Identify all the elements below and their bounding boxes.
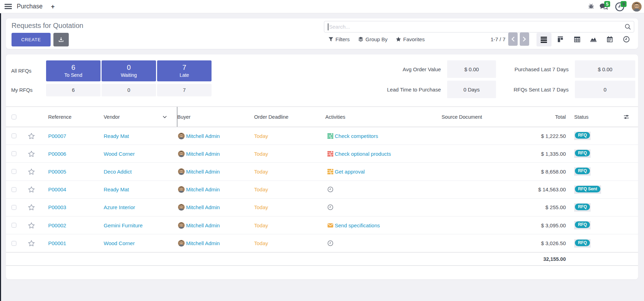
pivot-view-button[interactable] bbox=[573, 32, 581, 46]
list-view-button[interactable] bbox=[540, 32, 548, 46]
group-by-button[interactable]: Group By bbox=[358, 32, 387, 46]
status-badge: RFQ bbox=[574, 149, 591, 158]
app-name[interactable]: Purchase bbox=[17, 3, 43, 10]
vendor-link[interactable]: Wood Corner bbox=[104, 240, 135, 246]
vendor-link[interactable]: Ready Mat bbox=[104, 186, 129, 192]
reference-link[interactable]: P00006 bbox=[48, 151, 66, 157]
activities-icon[interactable]: 9 bbox=[615, 0, 624, 13]
activity-icon[interactable] bbox=[327, 222, 333, 228]
row-checkbox[interactable] bbox=[12, 223, 16, 228]
buyer-avatar bbox=[178, 240, 185, 247]
rfq-stat-box[interactable]: 7 Late bbox=[157, 60, 212, 81]
activity-icon[interactable] bbox=[327, 151, 333, 157]
column-header-buyer[interactable]: Buyer bbox=[177, 114, 254, 120]
my-rfqs-label: My RFQs bbox=[11, 84, 32, 96]
vendor-link[interactable]: Wood Corner bbox=[104, 151, 135, 157]
activity-icon[interactable] bbox=[327, 133, 333, 139]
vendor-link[interactable]: Ready Mat bbox=[104, 133, 129, 139]
favorite-star-button[interactable] bbox=[28, 186, 35, 193]
plus-tab-icon[interactable]: + bbox=[51, 3, 55, 10]
table-row[interactable]: P00006 Wood Corner bbox=[6, 145, 638, 163]
reference-link[interactable]: P00003 bbox=[48, 204, 66, 210]
optional-columns-button[interactable] bbox=[624, 115, 629, 119]
calendar-view-button[interactable] bbox=[606, 32, 614, 46]
reference-link[interactable]: P00004 bbox=[48, 186, 66, 192]
reference-link[interactable]: P00005 bbox=[48, 169, 66, 175]
table-row[interactable]: P00002 Gemini Furniture bbox=[6, 216, 638, 234]
row-checkbox[interactable] bbox=[12, 151, 16, 156]
buyer-link[interactable]: Mitchell Admin bbox=[186, 204, 220, 210]
table-row[interactable]: P00004 Ready Mat bbox=[6, 181, 638, 199]
activity-link[interactable]: Send specifications bbox=[335, 222, 380, 228]
debug-bug-icon[interactable] bbox=[588, 0, 594, 13]
activity-icon[interactable] bbox=[327, 204, 333, 210]
vendor-link[interactable]: Azure Interior bbox=[104, 204, 135, 210]
row-checkbox[interactable] bbox=[12, 133, 16, 138]
column-header-source-document[interactable]: Source Document bbox=[442, 114, 521, 120]
favorite-star-button[interactable] bbox=[28, 222, 35, 229]
rfq-stat-box[interactable]: 0 Waiting bbox=[102, 60, 156, 81]
messages-icon[interactable]: 5 bbox=[599, 0, 608, 13]
column-header-order-deadline[interactable]: Order Deadline bbox=[254, 114, 325, 120]
reference-link[interactable]: P00001 bbox=[48, 240, 66, 246]
export-button[interactable] bbox=[53, 33, 69, 46]
favorites-button[interactable]: Favorites bbox=[396, 32, 425, 46]
filters-button[interactable]: Filters bbox=[328, 32, 350, 46]
activity-link[interactable]: Check optional products bbox=[335, 151, 391, 157]
search-icon[interactable] bbox=[625, 24, 631, 30]
column-header-status[interactable]: Status bbox=[569, 114, 624, 120]
my-rfq-stat-box[interactable]: 6 bbox=[46, 84, 101, 96]
rfqs-sent-last-7-days-box[interactable]: 0 bbox=[575, 81, 635, 98]
favorite-star-button[interactable] bbox=[28, 150, 35, 157]
buyer-link[interactable]: Mitchell Admin bbox=[186, 222, 220, 228]
pager-next-button[interactable] bbox=[520, 32, 529, 46]
my-rfq-stat-box[interactable]: 0 bbox=[102, 84, 156, 96]
activity-link[interactable]: Get approval bbox=[335, 169, 365, 175]
graph-view-button[interactable] bbox=[590, 32, 597, 46]
table-row[interactable]: P00003 Azure Interior bbox=[6, 199, 638, 216]
favorite-star-button[interactable] bbox=[28, 240, 35, 247]
column-header-reference[interactable]: Reference bbox=[48, 114, 104, 120]
sliders-icon bbox=[624, 115, 629, 119]
table-row[interactable]: P00007 Ready Mat bbox=[6, 127, 638, 145]
user-avatar[interactable] bbox=[632, 2, 642, 12]
favorite-star-button[interactable] bbox=[28, 204, 35, 211]
buyer-link[interactable]: Mitchell Admin bbox=[186, 240, 220, 246]
row-checkbox[interactable] bbox=[12, 241, 16, 246]
column-header-vendor[interactable]: Vendor bbox=[104, 107, 177, 127]
buyer-link[interactable]: Mitchell Admin bbox=[186, 186, 220, 192]
column-header-total[interactable]: Total bbox=[521, 114, 569, 120]
buyer-link[interactable]: Mitchell Admin bbox=[186, 133, 220, 139]
create-button[interactable]: CREATE bbox=[12, 33, 51, 46]
pager-previous-button[interactable] bbox=[508, 32, 518, 46]
avg-order-value-box[interactable]: $ 0.00 bbox=[447, 60, 496, 78]
activity-icon[interactable] bbox=[327, 169, 333, 175]
reference-link[interactable]: P00007 bbox=[48, 133, 66, 139]
buyer-link[interactable]: Mitchell Admin bbox=[186, 151, 220, 157]
activity-view-button[interactable] bbox=[622, 32, 630, 46]
column-header-activities[interactable]: Activities bbox=[325, 114, 442, 120]
favorite-star-button[interactable] bbox=[28, 133, 35, 139]
vendor-link[interactable]: Deco Addict bbox=[104, 169, 132, 175]
row-checkbox[interactable] bbox=[12, 205, 16, 210]
vendor-link[interactable]: Gemini Furniture bbox=[104, 222, 143, 228]
purchased-last-7-days-box[interactable]: $ 0.00 bbox=[575, 60, 635, 78]
table-row[interactable]: P00001 Wood Corner bbox=[6, 234, 638, 252]
row-checkbox[interactable] bbox=[12, 169, 16, 174]
buyer-link[interactable]: Mitchell Admin bbox=[186, 169, 220, 175]
my-rfq-stat-box[interactable]: 7 bbox=[157, 84, 212, 96]
rfq-stat-box[interactable]: 6 To Send bbox=[46, 60, 101, 81]
star-outline-icon bbox=[28, 240, 35, 247]
activity-link[interactable]: Check competitors bbox=[335, 133, 378, 139]
kanban-view-button[interactable] bbox=[557, 32, 564, 46]
select-all-checkbox[interactable] bbox=[12, 115, 16, 119]
activity-icon[interactable] bbox=[327, 240, 333, 246]
row-checkbox[interactable] bbox=[12, 187, 16, 192]
table-row[interactable]: P00005 Deco Addict bbox=[6, 163, 638, 181]
reference-link[interactable]: P00002 bbox=[48, 222, 66, 228]
activity-icon[interactable] bbox=[327, 186, 333, 192]
search-input[interactable]: Search... bbox=[324, 21, 634, 32]
lead-time-box[interactable]: 0 Days bbox=[447, 81, 496, 98]
favorite-star-button[interactable] bbox=[28, 168, 35, 175]
apps-menu-icon[interactable] bbox=[5, 4, 12, 9]
